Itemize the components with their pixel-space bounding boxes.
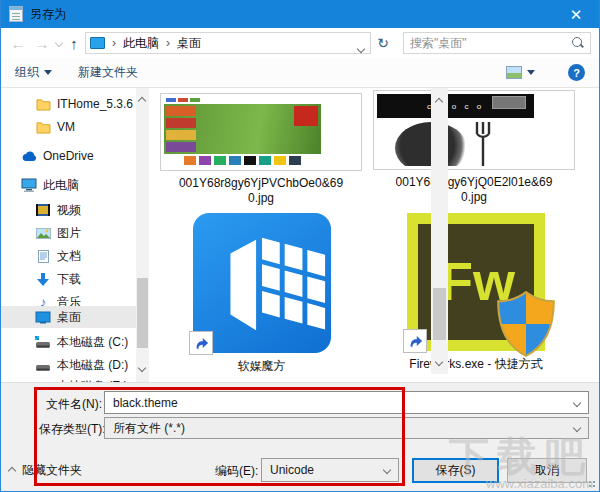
chevron-down-icon: [573, 398, 581, 406]
save-button-label: 保存(S): [436, 462, 476, 479]
search-icon: [572, 37, 584, 49]
encoding-value: Unicode: [270, 463, 314, 477]
hide-folders-label: 隐藏文件夹: [22, 462, 82, 479]
breadcrumb-item-desktop[interactable]: 桌面: [177, 35, 201, 52]
sidebar-item-label: VM: [57, 120, 75, 134]
fireworks-app-icon: Fw: [407, 213, 545, 351]
organize-button[interactable]: 组织: [15, 64, 52, 81]
organize-label: 组织: [15, 64, 39, 81]
ruanmei-cube-app-icon: [193, 213, 331, 353]
breadcrumb[interactable]: › 此电脑 › 桌面: [85, 32, 371, 54]
chevron-down-icon: [357, 45, 365, 53]
new-folder-label: 新建文件夹: [78, 64, 138, 81]
sidebar-item-local-disk-d[interactable]: 本地磁盘 (D:): [1, 354, 136, 376]
hide-folders-button[interactable]: 隐藏文件夹: [9, 462, 82, 479]
up-icon: ↑: [70, 35, 78, 52]
system-drive-icon: [35, 334, 51, 350]
sidebar-item-onedrive[interactable]: OneDrive: [1, 145, 136, 167]
thumbnails-view-icon: [506, 66, 522, 79]
filetype-label: 保存类型(T):: [39, 421, 106, 438]
file-item[interactable]: Fw: [381, 213, 571, 372]
fork-graphic: [463, 120, 503, 166]
sidebar-item-documents[interactable]: 文档: [1, 245, 136, 267]
view-mode-button[interactable]: [506, 66, 535, 79]
forward-icon: →: [35, 35, 50, 52]
file-item[interactable]: 001Y68r8gy6YjPVChbOe0&690.jpg: [161, 94, 361, 206]
filename-input[interactable]: black.theme: [104, 391, 589, 414]
sidebar-item-label: OneDrive: [43, 149, 94, 163]
file-label: 001Y68r8gy6YjQ0E2l01e&690.jpg: [392, 175, 557, 205]
sidebar-item-local-disk-e[interactable]: 本地磁盘 (E:): [1, 375, 136, 382]
file-list-scrollbar-thumb[interactable]: [433, 288, 446, 340]
breadcrumb-item-this-pc[interactable]: 此电脑: [123, 35, 159, 52]
back-button[interactable]: ←: [7, 28, 29, 58]
sidebar-item-pictures[interactable]: 图片: [1, 222, 136, 244]
search-input[interactable]: 搜索"桌面": [403, 32, 591, 54]
breadcrumb-dropdown-button[interactable]: [358, 41, 364, 55]
sidebar-item-label: 此电脑: [43, 177, 79, 194]
refresh-icon: ↻: [377, 35, 389, 51]
sidebar-item-this-pc[interactable]: 此电脑: [1, 174, 136, 196]
image-thumbnail: [161, 94, 361, 170]
cancel-button[interactable]: 取消: [507, 458, 587, 483]
save-as-dialog: 另存为 ✕ ← → ↑ › 此电脑 › 桌面 ↻ 搜索"桌面" 组织: [0, 0, 600, 492]
sidebar-item-ithome[interactable]: ITHome_5.3.6: [1, 93, 136, 115]
chevron-up-icon: [8, 466, 16, 474]
sidebar-item-label: 本地磁盘 (D:): [57, 357, 128, 374]
forward-button[interactable]: →: [31, 28, 53, 58]
download-arrow-icon: [35, 271, 51, 287]
file-item[interactable]: c u o c o 001Y68r8gy6YjQ0E2l01e&690.jpg: [374, 91, 574, 205]
sidebar-scrollbar-thumb[interactable]: [137, 278, 148, 348]
image-thumbnail: c u o c o: [374, 91, 574, 169]
notepad-app-icon: [9, 6, 23, 22]
close-icon: ✕: [570, 7, 583, 22]
dropdown-triangle-icon: [44, 70, 52, 75]
sidebar-scrollbar[interactable]: [136, 88, 149, 382]
file-item[interactable]: 软媒魔方: [169, 213, 354, 374]
sidebar-item-label: 下载: [57, 271, 81, 288]
sidebar-item-local-disk-c[interactable]: 本地磁盘 (C:): [1, 331, 136, 353]
file-list-scrollbar[interactable]: [431, 88, 448, 374]
scroll-down-icon[interactable]: [436, 354, 442, 368]
file-label: 软媒魔方: [179, 359, 344, 374]
new-folder-button[interactable]: 新建文件夹: [78, 64, 138, 81]
computer-icon: [21, 177, 37, 193]
close-button[interactable]: ✕: [553, 0, 599, 28]
sidebar-item-label: 图片: [57, 225, 81, 242]
dropdown-triangle-icon: [527, 70, 535, 75]
file-label: 001Y68r8gy6YjPVChbOe0&690.jpg: [179, 176, 344, 206]
desktop-icon: [35, 309, 51, 325]
sidebar-item-downloads[interactable]: 下载: [1, 268, 136, 290]
sidebar-item-label: 视频: [57, 202, 81, 219]
resize-grip[interactable]: [588, 480, 596, 488]
scroll-down-icon[interactable]: [139, 360, 145, 374]
back-icon: ←: [11, 35, 26, 52]
save-button[interactable]: 保存(S): [412, 458, 499, 483]
up-button[interactable]: ↑: [63, 28, 85, 58]
sidebar-item-desktop[interactable]: 桌面: [1, 306, 136, 328]
scroll-up-icon[interactable]: [436, 94, 442, 108]
sidebar-item-vm[interactable]: VM: [1, 116, 136, 138]
help-button[interactable]: ?: [568, 64, 585, 81]
shortcut-arrow-icon: [189, 331, 213, 355]
folder-icon: [35, 96, 51, 112]
refresh-button[interactable]: ↻: [373, 32, 393, 54]
encoding-select[interactable]: Unicode: [261, 458, 399, 482]
file-browser-area: ITHome_5.3.6 VM OneDrive 此电脑 视频 图片: [1, 88, 599, 382]
save-controls-panel: 文件名(N): black.theme 保存类型(T): 所有文件 (*.*) …: [1, 382, 599, 492]
filename-value: black.theme: [113, 396, 178, 410]
navigation-bar: ← → ↑ › 此电脑 › 桌面 ↻ 搜索"桌面": [1, 28, 599, 58]
scroll-up-icon[interactable]: [139, 93, 145, 107]
sidebar-item-videos[interactable]: 视频: [1, 199, 136, 221]
drive-icon: [35, 357, 51, 373]
titlebar: 另存为 ✕: [1, 0, 599, 28]
filename-label: 文件名(N):: [46, 396, 102, 413]
thumbnail-video-overlay: [492, 96, 526, 109]
folder-icon: [35, 119, 51, 135]
breadcrumb-separator: ›: [112, 36, 116, 50]
chevron-down-icon: [383, 466, 391, 474]
help-icon: ?: [568, 64, 585, 81]
navigation-pane: ITHome_5.3.6 VM OneDrive 此电脑 视频 图片: [1, 88, 136, 382]
filetype-select[interactable]: 所有文件 (*.*): [104, 417, 589, 439]
uac-shield-icon: [495, 290, 557, 361]
